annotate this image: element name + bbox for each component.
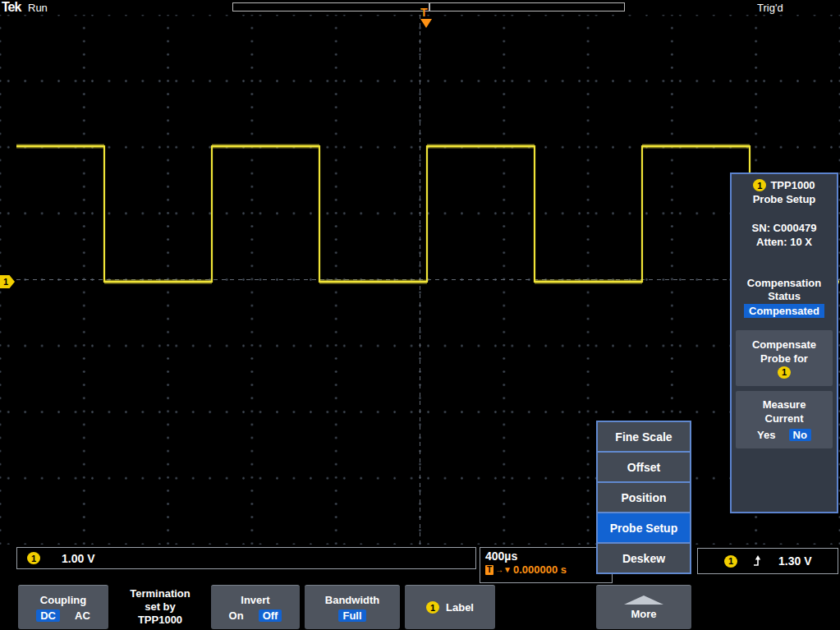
measure-yes-option[interactable]: Yes	[757, 429, 775, 441]
trigger-position-value: 0.000000 s	[513, 563, 567, 576]
rising-slope-icon	[752, 554, 764, 568]
trigger-readout: 1 1.30 V	[697, 548, 838, 574]
menu-item-fine-scale[interactable]: Fine Scale	[596, 421, 691, 453]
measure-no-option[interactable]: No	[789, 429, 811, 441]
label-button[interactable]: 1 Label	[405, 585, 495, 629]
panel-title: Probe Setup	[732, 193, 837, 205]
menu-item-probe-setup[interactable]: Probe Setup	[596, 512, 691, 544]
probe-model: TPP1000	[770, 179, 815, 191]
label-ch1-badge: 1	[426, 601, 439, 614]
compensate-line1: Compensate	[752, 338, 816, 351]
menu-item-offset[interactable]: Offset	[596, 451, 691, 483]
trigger-t-icon: T	[485, 565, 493, 575]
measure-line2: Current	[765, 412, 804, 425]
invert-button[interactable]: Invert On Off	[211, 585, 300, 629]
compensation-label-2: Status	[732, 290, 837, 302]
acquisition-status: Run	[28, 2, 48, 14]
probe-setup-panel: 1 TPP1000 Probe Setup SN: C000479 Atten:…	[730, 172, 838, 513]
menu-item-position[interactable]: Position	[596, 481, 691, 513]
measure-line1: Measure	[763, 398, 806, 411]
compensate-probe-button[interactable]: Compensate Probe for 1	[736, 330, 833, 386]
termination-label: Termination set by TPP1000	[114, 585, 206, 629]
termination-line1: Termination	[130, 587, 190, 600]
record-center-tick	[429, 3, 430, 11]
bandwidth-title: Bandwidth	[325, 594, 379, 606]
more-label: More	[631, 608, 656, 620]
invert-title: Invert	[241, 594, 269, 606]
tek-logo: Tek	[2, 0, 21, 15]
ch1-badge: 1	[27, 552, 40, 564]
coupling-dc-option[interactable]: DC	[36, 609, 60, 622]
compensate-line2: Probe for	[760, 352, 808, 365]
panel-ch1-badge: 1	[753, 179, 766, 191]
compensation-status: Compensated	[732, 305, 837, 317]
timebase-value: 400µs	[485, 550, 607, 563]
coupling-ac-option[interactable]: AC	[75, 609, 90, 622]
horizontal-readout: 400µs T →▼ 0.000000 s	[480, 547, 613, 583]
compensation-label-1: Compensation	[732, 277, 837, 289]
ch1-scale-value: 1.00 V	[62, 552, 94, 565]
more-up-arrow-icon	[624, 596, 663, 605]
compensate-ch1-badge: 1	[778, 366, 791, 379]
measure-current-button[interactable]: Measure Current Yes No	[736, 391, 833, 448]
coupling-button[interactable]: Coupling DC AC	[18, 585, 108, 629]
trigger-level-value: 1.30 V	[778, 554, 811, 568]
bandwidth-button[interactable]: Bandwidth Full	[305, 585, 400, 629]
oscilloscope-screen: Tek Run Trig'd T 1 1 1.00 V 400µs T →▼ 0…	[0, 0, 840, 630]
graticule-center-vertical	[420, 15, 420, 545]
trigger-status: Trig'd	[757, 2, 783, 14]
menu-item-deskew[interactable]: Deskew	[596, 542, 691, 574]
vertical-side-menu: Fine Scale Offset Position Probe Setup D…	[596, 421, 691, 574]
bandwidth-value: Full	[338, 609, 365, 622]
coupling-title: Coupling	[40, 594, 86, 606]
trigger-source-badge: 1	[724, 555, 737, 568]
trigger-arrow-icon: →▼	[495, 565, 512, 574]
probe-serial: SN: C000479	[732, 222, 837, 234]
label-text: Label	[446, 601, 474, 614]
record-position-bar	[232, 2, 625, 11]
termination-line2: set by	[145, 600, 176, 614]
more-button[interactable]: More	[596, 585, 691, 629]
invert-off-option[interactable]: Off	[259, 609, 282, 622]
invert-on-option[interactable]: On	[229, 609, 244, 622]
probe-attenuation: Atten: 10 X	[732, 236, 837, 248]
ch1-readout: 1 1.00 V	[16, 547, 476, 569]
termination-line3: TPP1000	[138, 614, 182, 627]
